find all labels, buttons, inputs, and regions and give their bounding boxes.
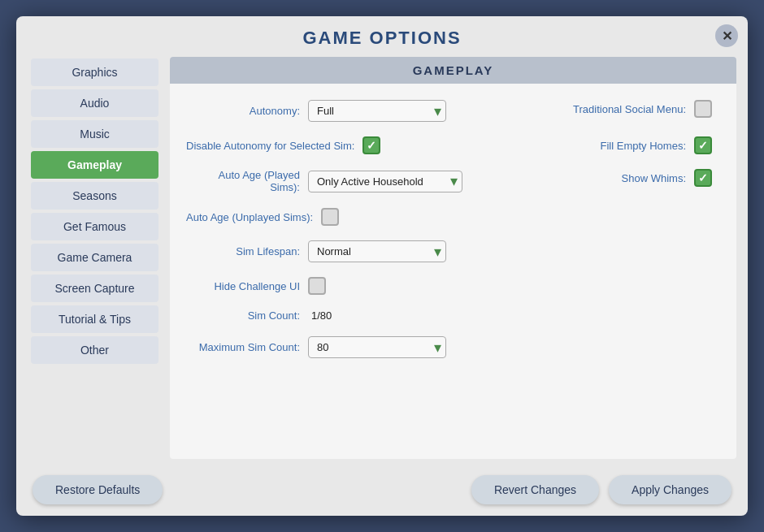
left-col-7: Sim Count: 1/80: [186, 309, 445, 336]
content-header: Gameplay: [170, 57, 736, 84]
max-sim-count-dropdown[interactable]: 20 40 60 80 100: [308, 336, 446, 358]
row-auto-age-played-row: Auto Age (Played Sims): Only Active Hous…: [186, 169, 712, 208]
disable-autonomy-label: Disable Autonomy for Selected Sim:: [186, 140, 354, 152]
disable-autonomy-checkbox[interactable]: [362, 136, 380, 154]
sim-count-label: Sim Count:: [186, 309, 300, 322]
sidebar-item-game-camera[interactable]: Game Camera: [31, 244, 158, 271]
sidebar-item-seasons[interactable]: Seasons: [31, 182, 158, 210]
sidebar-item-screen-capture[interactable]: Screen Capture: [31, 275, 158, 302]
right-col-7: [445, 309, 713, 336]
auto-age-unplayed-label: Auto Age (Unplayed Sims):: [186, 211, 313, 223]
left-col-5: Sim Lifespan: Short Normal Long Epic ▾: [186, 240, 446, 277]
row-disable-autonomy-row: Disable Autonomy for Selected Sim: Fill …: [186, 136, 712, 169]
apply-changes-button[interactable]: Apply Changes: [609, 475, 731, 504]
sim-count-field: Sim Count: 1/80: [186, 309, 445, 322]
row-autonomy-row: Autonomy: Full High Normal Low Off ▾: [186, 100, 712, 136]
max-sim-count-label: Maximum Sim Count:: [186, 341, 300, 353]
content-area: Gameplay Autonomy: Full High Normal Low: [170, 57, 736, 459]
fill-empty-homes-field: Fill Empty Homes:: [454, 136, 713, 154]
hide-challenge-label: Hide Challenge UI: [186, 280, 300, 292]
sidebar-item-get-famous[interactable]: Get Famous: [31, 213, 158, 240]
row-sim-lifespan-row: Sim Lifespan: Short Normal Long Epic ▾: [186, 240, 712, 277]
sim-lifespan-dropdown[interactable]: Short Normal Long Epic: [308, 240, 446, 262]
game-options-modal: Game Options ✕ GraphicsAudioMusicGamepla…: [16, 16, 748, 516]
show-whims-field: Show Whims:: [471, 169, 712, 187]
left-col-6: Hide Challenge UI: [186, 277, 445, 309]
revert-changes-button[interactable]: Revert Changes: [471, 475, 599, 504]
sidebar-item-other[interactable]: Other: [31, 336, 158, 364]
autonomy-label: Autonomy:: [186, 105, 300, 117]
sidebar-item-graphics[interactable]: Graphics: [31, 58, 158, 86]
modal-footer: Restore Defaults Revert Changes Apply Ch…: [16, 467, 748, 516]
sim-lifespan-dropdown-wrap: Short Normal Long Epic ▾: [308, 240, 446, 262]
autonomy-dropdown-wrap: Full High Normal Low Off ▾: [308, 100, 446, 122]
max-sim-count-dropdown-wrap: 20 40 60 80 100 ▾: [308, 336, 446, 358]
restore-defaults-button[interactable]: Restore Defaults: [33, 475, 163, 504]
modal-body: GraphicsAudioMusicGameplaySeasonsGet Fam…: [16, 57, 748, 467]
row-sim-count-row: Sim Count: 1/80: [186, 309, 712, 336]
row-hide-challenge-row: Hide Challenge UI: [186, 277, 712, 309]
row-max-sim-count-row: Maximum Sim Count: 20 40 60 80 100 ▾: [186, 336, 712, 373]
sidebar-item-music[interactable]: Music: [31, 120, 158, 148]
close-button[interactable]: ✕: [715, 24, 738, 47]
sim-count-value: 1/80: [311, 309, 332, 322]
row-auto-age-unplayed-row: Auto Age (Unplayed Sims):: [186, 208, 712, 240]
right-col-1: Traditional Social Menu:: [446, 100, 712, 136]
sidebar-item-tutorial-&-tips[interactable]: Tutorial & Tips: [31, 305, 158, 333]
sim-lifespan-label: Sim Lifespan:: [186, 245, 300, 257]
autonomy-field: Autonomy: Full High Normal Low Off ▾: [186, 100, 446, 122]
auto-age-unplayed-field: Auto Age (Unplayed Sims):: [186, 208, 445, 226]
auto-age-played-dropdown-wrap: Only Active Household All Off ▾: [308, 171, 462, 192]
traditional-social-field: Traditional Social Menu:: [454, 100, 712, 118]
footer-right-buttons: Revert Changes Apply Changes: [471, 475, 731, 504]
hide-challenge-field: Hide Challenge UI: [186, 277, 445, 295]
auto-age-unplayed-checkbox[interactable]: [321, 208, 339, 226]
sidebar-item-gameplay[interactable]: Gameplay: [31, 151, 158, 179]
auto-age-played-dropdown[interactable]: Only Active Household All Off: [308, 171, 462, 192]
hide-challenge-checkbox[interactable]: [308, 277, 326, 295]
modal-title: Game Options: [16, 16, 748, 57]
right-col-2: Fill Empty Homes:: [445, 136, 713, 169]
traditional-social-label: Traditional Social Menu:: [573, 103, 686, 115]
fill-empty-homes-checkbox[interactable]: [694, 136, 712, 154]
right-col-8: [446, 336, 712, 373]
show-whims-label: Show Whims:: [622, 172, 686, 184]
right-col-6: [445, 277, 713, 309]
left-col-8: Maximum Sim Count: 20 40 60 80 100 ▾: [186, 336, 446, 373]
show-whims-checkbox[interactable]: [694, 169, 712, 187]
left-col-3: Auto Age (Played Sims): Only Active Hous…: [186, 169, 462, 208]
left-col-1: Autonomy: Full High Normal Low Off ▾: [186, 100, 446, 136]
max-sim-count-field: Maximum Sim Count: 20 40 60 80 100 ▾: [186, 336, 446, 358]
disable-autonomy-field: Disable Autonomy for Selected Sim:: [186, 136, 445, 154]
fill-empty-homes-label: Fill Empty Homes:: [601, 140, 686, 152]
left-col-2: Disable Autonomy for Selected Sim:: [186, 136, 445, 169]
left-col-4: Auto Age (Unplayed Sims):: [186, 208, 445, 240]
content-body: Autonomy: Full High Normal Low Off ▾: [170, 84, 736, 459]
autonomy-dropdown[interactable]: Full High Normal Low Off: [308, 100, 446, 122]
right-col-5: [446, 240, 712, 277]
right-col-3: Show Whims:: [462, 169, 712, 208]
sidebar: GraphicsAudioMusicGameplaySeasonsGet Fam…: [28, 57, 162, 467]
auto-age-played-field: Auto Age (Played Sims): Only Active Hous…: [186, 169, 462, 193]
sim-lifespan-field: Sim Lifespan: Short Normal Long Epic ▾: [186, 240, 446, 262]
traditional-social-checkbox[interactable]: [694, 100, 712, 118]
sidebar-item-audio[interactable]: Audio: [31, 89, 158, 117]
auto-age-played-label: Auto Age (Played Sims):: [186, 169, 300, 193]
right-col-4: [445, 208, 713, 240]
